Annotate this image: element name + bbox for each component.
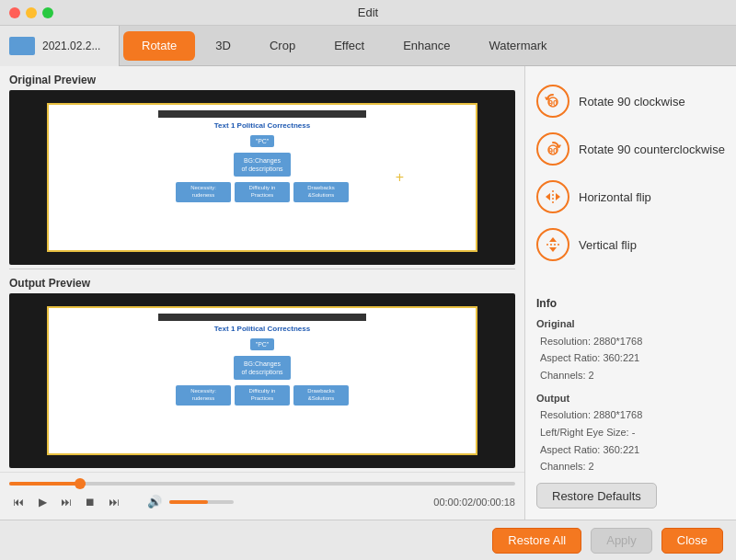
file-thumb-icon [9, 37, 35, 55]
rotate-ccw-option[interactable]: 90 Rotate 90 counterclockwise [536, 132, 725, 166]
slide-box-left: Necessity: rudeness [176, 182, 231, 202]
output-slide-box-right: Drawbacks &Solutions [293, 385, 349, 406]
slide-box-right: Drawbacks &Solutions [293, 182, 349, 202]
tab-rotate[interactable]: Rotate [123, 31, 195, 61]
rotate-ccw-icon: 90 [536, 132, 569, 166]
info-output-group: Output Resolution: 2880*1768 Left/Right … [536, 390, 725, 475]
svg-text:90: 90 [548, 146, 558, 155]
slide-center-box: "PC" [250, 135, 275, 147]
tab-list: Rotate 3D Crop Effect Enhance Watermark [120, 26, 736, 66]
info-section: Info Original Resolution: 2880*1768 Aspe… [536, 294, 725, 509]
titlebar: Edit [0, 0, 736, 26]
flip-v-option[interactable]: Vertical flip [536, 228, 725, 261]
progress-thumb [75, 478, 86, 489]
volume-icon: 🔊 [145, 493, 164, 511]
original-preview-label: Original Preview [9, 74, 515, 86]
restore-all-button[interactable]: Restore All [492, 528, 581, 554]
controls-bar: ⏮ ▶ ⏭ ⏹ ⏭ 🔊 00:00:02/00:00:18 [0, 472, 524, 520]
controls-row: ⏮ ▶ ⏭ ⏹ ⏭ 🔊 00:00:02/00:00:18 [9, 493, 515, 511]
info-output-label: Output [536, 390, 725, 407]
original-preview-content: Text 1 Political Correctness "PC" BG:Cha… [9, 90, 515, 265]
info-original-label: Original [536, 315, 725, 333]
info-original-aspect: Aspect Ratio: 360:221 [536, 349, 725, 367]
rotate-options: 90 Rotate 90 clockwise 90 Rota [536, 85, 725, 261]
slide-mid-box: BG:Changes of descriptions [234, 153, 290, 177]
slide-title-bar [158, 110, 366, 118]
restore-defaults-button[interactable]: Restore Defaults [536, 483, 657, 509]
play-button[interactable]: ▶ [33, 493, 52, 511]
end-button[interactable]: ⏭ [105, 493, 123, 511]
close-button[interactable]: Close [661, 528, 723, 554]
slide-box-mid: Difficulty in Practices [235, 182, 290, 202]
output-preview-section: Output Preview Text 1 Political Correctn… [0, 269, 524, 472]
rotate-cw-option[interactable]: 90 Rotate 90 clockwise [536, 85, 725, 118]
tabbar: 2021.02.2... Rotate 3D Crop Effect Enhan… [0, 26, 736, 66]
output-preview-content: Text 1 Political Correctness "PC" BG:Cha… [9, 293, 515, 468]
window-title: Edit [358, 6, 378, 19]
svg-marker-5 [546, 193, 550, 200]
flip-v-icon [536, 228, 569, 261]
info-output-channels: Channels: 2 [536, 458, 725, 475]
time-display: 00:00:02/00:00:18 [433, 497, 515, 508]
stop-button[interactable]: ⏹ [81, 493, 99, 511]
progress-bar[interactable] [9, 482, 515, 486]
tab-crop[interactable]: Crop [251, 31, 314, 61]
info-output-resolution: Resolution: 2880*1768 [536, 406, 725, 424]
info-header: Info [536, 294, 725, 313]
skip-forward-button[interactable]: ⏭ [57, 493, 75, 511]
apply-button[interactable]: Apply [591, 528, 652, 554]
output-slide-title: Text 1 Political Correctness [54, 325, 470, 333]
crosshair-icon: + [396, 169, 404, 186]
rotate-cw-label: Rotate 90 clockwise [579, 95, 685, 109]
rotate-ccw-label: Rotate 90 counterclockwise [579, 143, 725, 156]
output-slide-box-mid: Difficulty in Practices [235, 385, 290, 406]
action-bar: Restore All Apply Close [0, 520, 736, 560]
info-original-channels: Channels: 2 [536, 367, 725, 384]
svg-text:90: 90 [548, 98, 558, 108]
tab-3d[interactable]: 3D [197, 31, 249, 61]
original-video-frame: Text 1 Political Correctness "PC" BG:Cha… [47, 103, 477, 252]
rotate-cw-icon: 90 [536, 85, 569, 118]
skip-back-button[interactable]: ⏮ [9, 493, 28, 511]
output-slide-title-bar [158, 314, 366, 321]
preview-panel: Original Preview Text 1 Political Correc… [0, 66, 524, 520]
original-preview-section: Original Preview Text 1 Political Correc… [0, 66, 524, 269]
info-output-aspect: Aspect Ratio: 360:221 [536, 441, 725, 459]
volume-bar[interactable] [169, 500, 234, 504]
flip-h-option[interactable]: Horizontal flip [536, 180, 725, 213]
flip-v-label: Vertical flip [579, 238, 637, 252]
slide-title: Text 1 Political Correctness [54, 121, 470, 130]
flip-h-label: Horizontal flip [579, 190, 651, 204]
output-preview-label: Output Preview [9, 277, 515, 290]
output-video-frame: Text 1 Political Correctness "PC" BG:Cha… [47, 306, 477, 455]
file-thumb-label: 2021.02.2... [42, 40, 100, 52]
maximize-traffic-light[interactable] [42, 7, 53, 18]
svg-marker-9 [549, 247, 557, 252]
output-slide-center-box: "PC" [250, 338, 275, 350]
tab-watermark[interactable]: Watermark [470, 31, 565, 61]
right-panel: 90 Rotate 90 clockwise 90 Rota [524, 66, 736, 520]
tab-effect[interactable]: Effect [316, 31, 383, 61]
volume-fill [169, 500, 208, 504]
output-slide-bottom-row: Necessity: rudeness Difficulty in Practi… [54, 385, 470, 406]
flip-h-icon [536, 180, 569, 213]
file-thumbnail[interactable]: 2021.02.2... [0, 26, 120, 66]
info-original-resolution: Resolution: 2880*1768 [536, 333, 725, 350]
minimize-traffic-light[interactable] [26, 7, 37, 18]
tab-enhance[interactable]: Enhance [385, 31, 468, 61]
traffic-lights [9, 7, 53, 18]
close-traffic-light[interactable] [9, 7, 20, 18]
svg-marker-8 [549, 237, 557, 242]
info-original-group: Original Resolution: 2880*1768 Aspect Ra… [536, 315, 725, 384]
output-slide-mid-box: BG:Changes of descriptions [234, 356, 290, 380]
info-output-eye-size: Left/Right Eye Size: - [536, 424, 725, 441]
svg-marker-6 [556, 193, 560, 200]
output-slide-box-left: Necessity: rudeness [176, 385, 231, 406]
slide-bottom-row: Necessity: rudeness Difficulty in Practi… [54, 182, 470, 202]
